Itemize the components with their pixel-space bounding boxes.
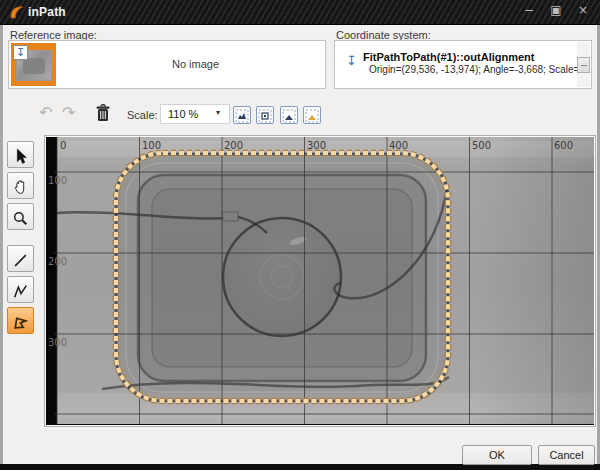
pin-icon: ↧ xyxy=(346,53,357,68)
dropdown-arrow-icon[interactable]: ▾ xyxy=(216,108,220,117)
title-bar[interactable]: inPath − ▣ × xyxy=(0,0,600,25)
app-logo-icon xyxy=(9,4,25,20)
coordinate-system-box[interactable]: ↧ FitPathToPath(#1)::outAlignment Origin… xyxy=(334,40,592,89)
x-tick-label: 200 xyxy=(224,140,243,151)
reference-image-value: No image xyxy=(172,58,219,70)
reference-thumbnail[interactable]: ↧ xyxy=(11,43,56,86)
zoom-to-image-button[interactable] xyxy=(233,106,251,124)
x-tick-label: 300 xyxy=(307,140,326,151)
draw-line-tool-button[interactable] xyxy=(7,245,34,272)
image-canvas[interactable]: 0 100 200 300 400 500 600 100 200 300 xyxy=(45,136,595,426)
zoom-tool-button[interactable] xyxy=(7,203,34,230)
polyline-icon xyxy=(12,283,29,300)
zoom-to-object-button[interactable] xyxy=(280,106,298,124)
scale-label: Scale: xyxy=(127,109,158,121)
draw-polyline-tool-button[interactable] xyxy=(7,276,34,303)
coordinate-system-details: Origin=(29,536, -13,974); Angle=-3,668; … xyxy=(369,64,585,75)
scale-value: 110 % xyxy=(168,108,198,120)
pin-icon: ↧ xyxy=(13,45,28,60)
camera-image xyxy=(57,137,594,424)
maximize-icon[interactable]: ▣ xyxy=(549,3,563,17)
inpath-dialog: inPath − ▣ × Reference image: ↧ No image… xyxy=(0,0,600,470)
x-tick-label: 0 xyxy=(60,140,66,151)
cancel-button[interactable]: Cancel xyxy=(538,445,595,465)
delete-icon[interactable] xyxy=(95,104,111,123)
closed-path-icon xyxy=(12,314,29,331)
reference-image-box: ↧ No image xyxy=(8,40,326,89)
coordinate-scrollbar[interactable] xyxy=(577,42,590,87)
line-icon xyxy=(12,252,29,269)
undo-icon[interactable]: ↶ xyxy=(39,105,52,121)
close-icon[interactable]: × xyxy=(576,3,590,17)
pan-tool-button[interactable] xyxy=(7,172,34,199)
window-frame-left xyxy=(0,25,3,465)
x-tick-label: 500 xyxy=(472,140,491,151)
zoom-to-region-button[interactable] xyxy=(256,106,274,124)
coordinate-system-name: FitPathToPath(#1)::outAlignment xyxy=(363,51,535,63)
magnifier-icon xyxy=(12,210,29,227)
window-title: inPath xyxy=(28,5,66,19)
x-tick-label: 100 xyxy=(142,140,161,151)
y-tick-label: 100 xyxy=(48,175,67,186)
select-tool-button[interactable] xyxy=(7,141,34,168)
redo-icon[interactable]: ↷ xyxy=(62,105,75,121)
y-tick-label: 200 xyxy=(48,256,67,267)
y-tick-label: 300 xyxy=(48,337,67,348)
hand-icon xyxy=(12,179,29,196)
scrollbar-thumb[interactable] xyxy=(577,57,590,73)
ok-button[interactable]: OK xyxy=(462,445,532,465)
cursor-icon xyxy=(12,148,29,165)
x-tick-label: 600 xyxy=(554,140,573,151)
minimize-icon[interactable]: − xyxy=(522,3,536,17)
zoom-to-path-button[interactable] xyxy=(303,106,321,124)
draw-closed-path-tool-button[interactable] xyxy=(7,307,34,334)
x-tick-label: 400 xyxy=(389,140,408,151)
